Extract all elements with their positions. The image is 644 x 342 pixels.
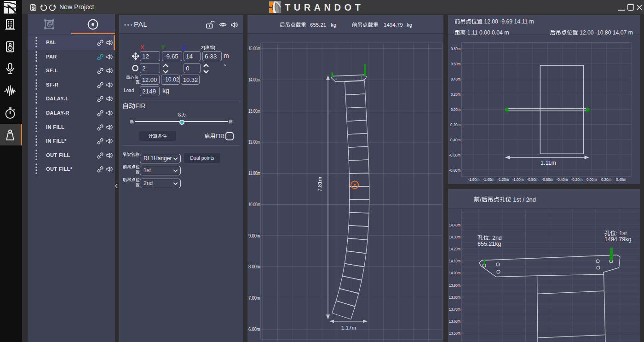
svg-text:/: / bbox=[480, 196, 482, 203]
svg-text:-0.60m: -0.60m bbox=[449, 152, 461, 157]
svg-text:Z(: Z( bbox=[201, 45, 206, 50]
svg-text:13.80m: 13.80m bbox=[449, 295, 460, 300]
svg-text:15.00m: 15.00m bbox=[248, 46, 260, 51]
svg-text:9.00m: 9.00m bbox=[248, 233, 260, 238]
svg-text:14.40m: 14.40m bbox=[449, 222, 460, 227]
svg-text:-0.80m: -0.80m bbox=[449, 168, 461, 173]
svg-text:13.90m: 13.90m bbox=[449, 283, 460, 288]
svg-text:8.00m: 8.00m bbox=[248, 264, 260, 269]
svg-text:13.50m: 13.50m bbox=[449, 330, 460, 336]
svg-text:-1.40m: -1.40m bbox=[483, 177, 494, 182]
svg-text:-0.20m: -0.20m bbox=[449, 122, 461, 127]
svg-text:-1.20m: -1.20m bbox=[498, 177, 509, 182]
svg-text:10.00m: 10.00m bbox=[248, 202, 260, 207]
svg-text:6.00m: 6.00m bbox=[248, 327, 260, 332]
svg-text:0.20m: 0.20m bbox=[451, 92, 460, 97]
svg-text:-0.60m: -0.60m bbox=[542, 177, 553, 182]
svg-text:11.00m: 11.00m bbox=[248, 171, 260, 176]
svg-text:0.40m: 0.40m bbox=[616, 177, 626, 182]
svg-text:-0.40m: -0.40m bbox=[557, 177, 568, 182]
svg-text:: 1st: : 1st bbox=[616, 230, 627, 237]
svg-text:): ) bbox=[214, 45, 215, 50]
svg-text:12.00 -9.69 14.11 m: 12.00 -9.69 14.11 m bbox=[483, 18, 534, 25]
svg-text:13.00m: 13.00m bbox=[248, 109, 260, 114]
svg-text:1.17m: 1.17m bbox=[341, 325, 356, 330]
svg-text:-1.60m: -1.60m bbox=[468, 177, 480, 182]
svg-text:0.20m: 0.20m bbox=[601, 177, 611, 182]
svg-text:0.00m: 0.00m bbox=[586, 177, 597, 182]
svg-text:7.00m: 7.00m bbox=[248, 296, 260, 301]
svg-text:12.00m: 12.00m bbox=[248, 139, 260, 145]
svg-text:0.80m: 0.80m bbox=[451, 46, 460, 51]
svg-text:-0.40m: -0.40m bbox=[449, 137, 461, 142]
svg-text:12.00 -10.80 14.07 m: 12.00 -10.80 14.07 m bbox=[578, 29, 633, 35]
svg-text:0.60m: 0.60m bbox=[451, 61, 460, 66]
svg-text:13.70m: 13.70m bbox=[449, 307, 460, 312]
svg-text:655.21kg: 655.21kg bbox=[477, 241, 501, 247]
svg-text:14.00m: 14.00m bbox=[248, 77, 260, 82]
svg-text:13.60m: 13.60m bbox=[449, 319, 460, 324]
svg-text:14.30m: 14.30m bbox=[449, 234, 460, 239]
svg-text:-1.00m: -1.00m bbox=[512, 177, 524, 182]
svg-text:FIR: FIR bbox=[135, 102, 146, 110]
svg-text:1.11m: 1.11m bbox=[540, 160, 556, 166]
svg-text:-0.20m: -0.20m bbox=[571, 177, 583, 182]
svg-text:14.20m: 14.20m bbox=[449, 246, 460, 251]
svg-text:0.00m: 0.00m bbox=[451, 107, 460, 112]
svg-text:-0.80m: -0.80m bbox=[527, 177, 539, 182]
svg-text:FIR: FIR bbox=[216, 133, 225, 139]
svg-text:1494.79kg: 1494.79kg bbox=[604, 236, 631, 243]
svg-text:7.81m: 7.81m bbox=[317, 177, 322, 191]
svg-text:0.40m: 0.40m bbox=[451, 76, 460, 81]
svg-text:1.11 0.00 0.04 m: 1.11 0.00 0.04 m bbox=[466, 29, 509, 35]
svg-text:: 2nd: : 2nd bbox=[489, 235, 502, 241]
svg-text:1st / 2nd: 1st / 2nd bbox=[512, 196, 536, 203]
svg-text:14.00m: 14.00m bbox=[449, 270, 460, 275]
svg-text:14.10m: 14.10m bbox=[449, 258, 460, 263]
